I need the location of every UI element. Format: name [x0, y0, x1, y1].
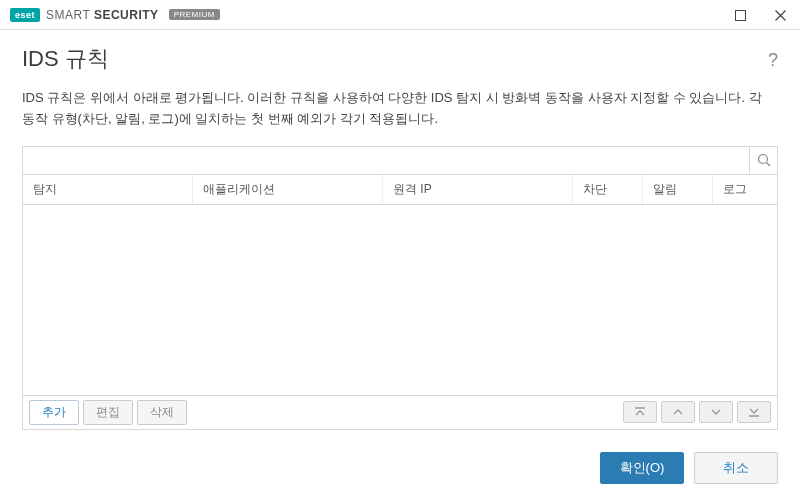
svg-rect-0: [735, 10, 745, 20]
move-down-icon: [710, 406, 722, 418]
ok-button[interactable]: 확인(O): [600, 452, 684, 484]
column-block[interactable]: 차단: [573, 175, 643, 204]
page-description: IDS 규칙은 위에서 아래로 평가됩니다. 이러한 규칙을 사용하여 다양한 …: [22, 88, 778, 130]
move-top-button[interactable]: [623, 401, 657, 423]
header-row: IDS 규칙 ?: [22, 44, 778, 88]
brand-name: SMART SECURITY: [46, 8, 159, 22]
help-icon[interactable]: ?: [768, 50, 778, 71]
rules-table: 탐지 애플리케이션 원격 IP 차단 알림 로그 추가 편집 삭제: [22, 146, 778, 430]
delete-button[interactable]: 삭제: [137, 400, 187, 425]
dialog-footer: 확인(O) 취소: [600, 452, 778, 484]
column-log[interactable]: 로그: [713, 175, 777, 204]
cancel-button[interactable]: 취소: [694, 452, 778, 484]
table-header: 탐지 애플리케이션 원격 IP 차단 알림 로그: [23, 175, 777, 205]
move-top-icon: [634, 406, 646, 418]
close-button[interactable]: [760, 0, 800, 30]
close-icon: [775, 10, 786, 21]
move-up-button[interactable]: [661, 401, 695, 423]
move-down-button[interactable]: [699, 401, 733, 423]
svg-point-1: [758, 155, 767, 164]
app-logo: eset SMART SECURITY PREMIUM: [10, 8, 220, 22]
search-button[interactable]: [749, 146, 777, 174]
column-application[interactable]: 애플리케이션: [193, 175, 383, 204]
search-row: [23, 147, 777, 175]
reorder-controls: [623, 401, 771, 423]
brand-badge: eset: [10, 8, 40, 22]
add-button[interactable]: 추가: [29, 400, 79, 425]
column-detection[interactable]: 탐지: [23, 175, 193, 204]
page-title: IDS 규칙: [22, 44, 109, 74]
column-notify[interactable]: 알림: [643, 175, 713, 204]
edition-badge: PREMIUM: [169, 9, 220, 20]
edit-button[interactable]: 편집: [83, 400, 133, 425]
window-controls: [720, 0, 800, 29]
content-area: IDS 규칙 ? IDS 규칙은 위에서 아래로 평가됩니다. 이러한 규칙을 …: [0, 30, 800, 430]
title-bar: eset SMART SECURITY PREMIUM: [0, 0, 800, 30]
search-icon: [757, 153, 771, 167]
table-actions: 추가 편집 삭제: [23, 395, 777, 429]
table-body: [23, 205, 777, 395]
move-bottom-icon: [748, 406, 760, 418]
move-bottom-button[interactable]: [737, 401, 771, 423]
column-remote-ip[interactable]: 원격 IP: [383, 175, 573, 204]
maximize-icon: [735, 10, 746, 21]
move-up-icon: [672, 406, 684, 418]
maximize-button[interactable]: [720, 0, 760, 30]
search-input[interactable]: [23, 147, 749, 174]
